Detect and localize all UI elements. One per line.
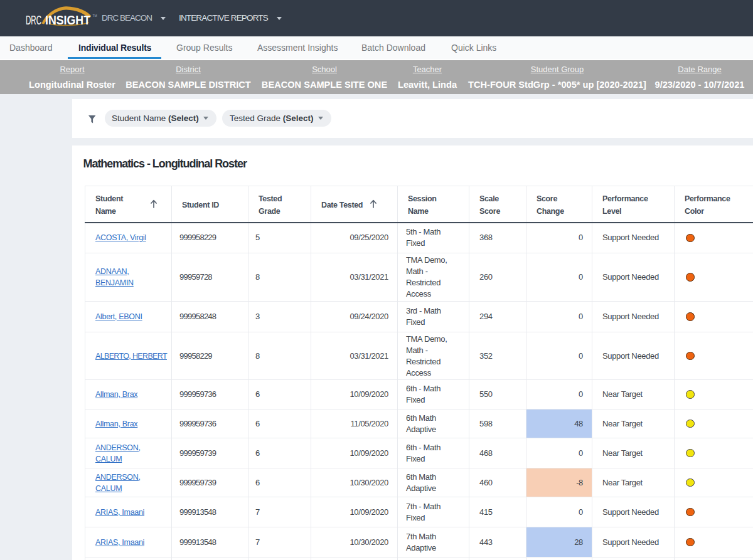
svg-text:DRC: DRC — [26, 13, 41, 27]
svg-text:INSIGHT: INSIGHT — [45, 13, 90, 27]
svg-text:TM: TM — [93, 14, 97, 18]
